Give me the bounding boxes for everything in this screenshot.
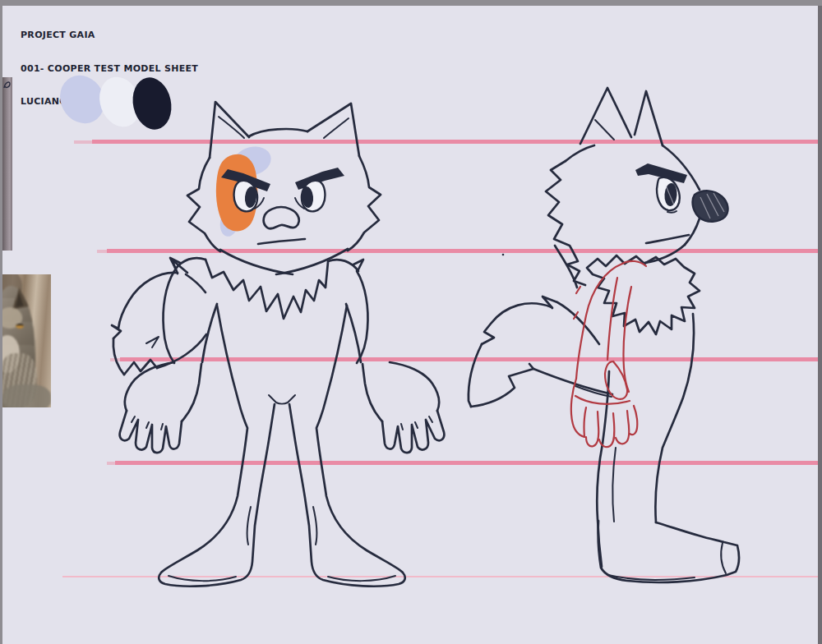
palette-swatches (52, 67, 176, 133)
front-nose (264, 207, 299, 228)
window-frame-top (0, 0, 822, 6)
guide-line-3 (120, 357, 819, 361)
model-sheet-artwork (0, 0, 822, 644)
front-arms (120, 258, 445, 453)
guide-line-1 (92, 140, 819, 144)
front-view-figure (112, 102, 444, 586)
swatch-dark-navy[interactable] (128, 74, 176, 133)
side-mouth (646, 235, 689, 243)
red-sketch-arm (571, 261, 646, 447)
side-neck-fluff (587, 255, 700, 334)
window-frame-right[interactable] (818, 6, 822, 644)
window-frame-left (0, 0, 2, 644)
guide-line-2 (107, 249, 819, 253)
side-body (555, 246, 739, 582)
front-mouth (258, 239, 305, 244)
side-view-figure (469, 88, 739, 582)
side-tail (469, 297, 612, 407)
guide-line-4 (115, 461, 819, 465)
side-nose (693, 191, 728, 221)
drawing-canvas[interactable]: PROJECT GAIA 001- COOPER TEST MODEL SHEE… (0, 0, 822, 644)
